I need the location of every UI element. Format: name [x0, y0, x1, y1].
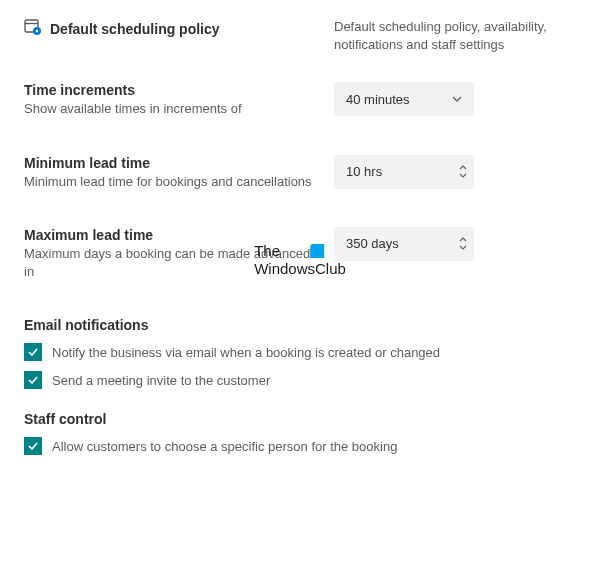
field-min-lead: Minimum lead time Minimum lead time for …: [24, 155, 576, 191]
field-text: Minimum lead time Minimum lead time for …: [24, 155, 334, 191]
section-header: Default scheduling policy Default schedu…: [24, 18, 576, 54]
spinner-arrows: [458, 237, 468, 251]
send-invite-label: Send a meeting invite to the customer: [52, 373, 270, 388]
time-increments-label: Time increments: [24, 82, 314, 98]
field-text: Time increments Show available times in …: [24, 82, 334, 118]
caret-up-icon[interactable]: [458, 237, 468, 243]
allow-choose-checkbox[interactable]: [24, 437, 42, 455]
max-lead-label: Maximum lead time: [24, 227, 314, 243]
send-invite-row: Send a meeting invite to the customer: [24, 371, 576, 389]
chevron-down-icon: [450, 92, 464, 106]
spinner-arrows: [458, 165, 468, 179]
svg-point-3: [36, 30, 39, 33]
staff-control-heading: Staff control: [24, 411, 576, 427]
max-lead-spinner[interactable]: 350 days: [334, 227, 474, 261]
caret-up-icon[interactable]: [458, 165, 468, 171]
min-lead-description: Minimum lead time for bookings and cance…: [24, 173, 314, 191]
notify-business-label: Notify the business via email when a boo…: [52, 345, 440, 360]
time-increments-dropdown[interactable]: 40 minutes: [334, 82, 474, 116]
header-left: Default scheduling policy: [24, 18, 334, 40]
checkmark-icon: [27, 440, 39, 452]
notify-business-checkbox[interactable]: [24, 343, 42, 361]
caret-down-icon[interactable]: [458, 173, 468, 179]
email-notifications-heading: Email notifications: [24, 317, 576, 333]
field-text: Maximum lead time Maximum days a booking…: [24, 227, 334, 281]
field-time-increments: Time increments Show available times in …: [24, 82, 576, 118]
page-title: Default scheduling policy: [50, 21, 220, 37]
field-max-lead: Maximum lead time Maximum days a booking…: [24, 227, 576, 281]
time-increments-description: Show available times in increments of: [24, 100, 314, 118]
page-subtitle: Default scheduling policy, availability,…: [334, 18, 576, 54]
calendar-settings-icon: [24, 18, 42, 40]
time-increments-value: 40 minutes: [346, 92, 410, 107]
section-email-notifications: Email notifications Notify the business …: [24, 317, 576, 389]
max-lead-value: 350 days: [346, 236, 399, 251]
allow-choose-label: Allow customers to choose a specific per…: [52, 439, 397, 454]
checkmark-icon: [27, 374, 39, 386]
allow-choose-row: Allow customers to choose a specific per…: [24, 437, 576, 455]
caret-down-icon[interactable]: [458, 245, 468, 251]
max-lead-description: Maximum days a booking can be made advan…: [24, 245, 314, 281]
min-lead-spinner[interactable]: 10 hrs: [334, 155, 474, 189]
checkmark-icon: [27, 346, 39, 358]
notify-business-row: Notify the business via email when a boo…: [24, 343, 576, 361]
min-lead-value: 10 hrs: [346, 164, 382, 179]
section-staff-control: Staff control Allow customers to choose …: [24, 411, 576, 455]
send-invite-checkbox[interactable]: [24, 371, 42, 389]
min-lead-label: Minimum lead time: [24, 155, 314, 171]
